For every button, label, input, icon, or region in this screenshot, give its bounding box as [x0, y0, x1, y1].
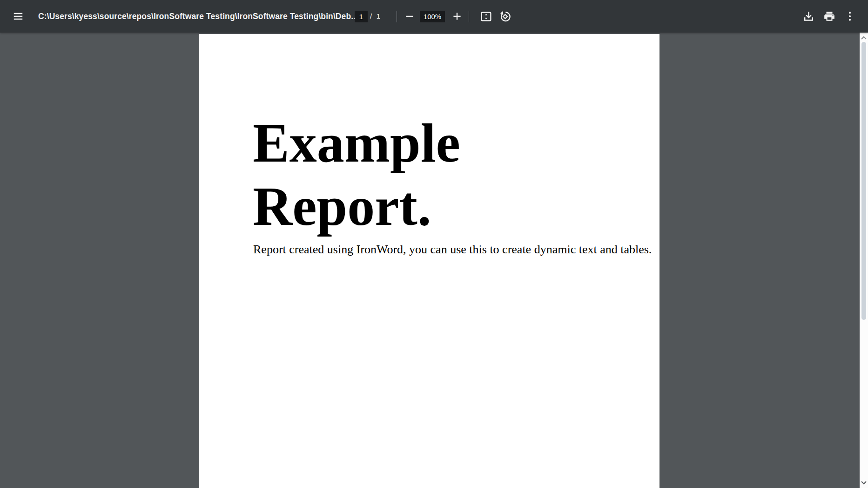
- document-path-title: C:\Users\kyess\source\repos\IronSoftware…: [38, 0, 358, 33]
- kebab-menu-icon: [844, 10, 856, 22]
- scrollbar-thumb[interactable]: [861, 42, 866, 320]
- toolbar-divider: [397, 11, 397, 22]
- plus-icon: [451, 10, 463, 22]
- chevron-up-icon: [861, 34, 867, 41]
- menu-button[interactable]: [10, 8, 26, 24]
- pdf-toolbar: C:\Users\kyess\source\repos\IronSoftware…: [0, 0, 868, 33]
- zoom-out-button[interactable]: [402, 8, 417, 24]
- hamburger-icon: [12, 10, 24, 22]
- more-options-button[interactable]: [842, 8, 858, 24]
- scroll-down-button[interactable]: [860, 479, 868, 487]
- zoom-in-button[interactable]: [449, 8, 465, 24]
- page-separator: /: [368, 0, 374, 33]
- vertical-scrollbar[interactable]: [860, 33, 868, 488]
- printer-icon: [823, 10, 835, 22]
- page-number-input[interactable]: [355, 11, 368, 22]
- download-button[interactable]: [801, 8, 816, 24]
- chevron-down-icon: [861, 480, 867, 487]
- print-button[interactable]: [821, 8, 837, 24]
- toolbar-divider: [469, 11, 469, 22]
- scroll-up-button[interactable]: [860, 34, 868, 42]
- page-count: 1: [375, 0, 382, 33]
- zoom-level-field[interactable]: 100%: [420, 11, 445, 22]
- rotate-ccw-icon: [499, 10, 511, 23]
- document-paragraph: Report created using IronWord, you can u…: [253, 243, 607, 257]
- fit-to-page-button[interactable]: [478, 8, 494, 24]
- document-heading: Example Report.: [253, 112, 620, 238]
- download-icon: [802, 10, 815, 23]
- fit-page-icon: [480, 10, 492, 23]
- rotate-counterclockwise-button[interactable]: [497, 8, 513, 24]
- minus-icon: [404, 10, 416, 22]
- pdf-page: Example Report. Report created using Iro…: [199, 34, 659, 488]
